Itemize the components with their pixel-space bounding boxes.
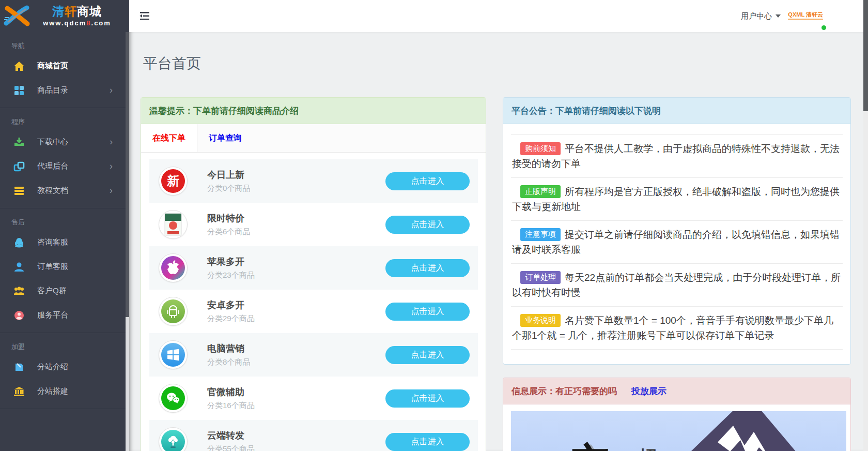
svg-text:广: 广 [566,441,609,451]
apple-icon [159,253,188,282]
page-title: 平台首页 [143,54,851,73]
sidebar-item-substation-intro[interactable]: 分站介绍 [0,355,129,379]
new-icon: 新 [159,167,188,196]
brand-logo[interactable]: 清轩商城 www.qdcm8.com [0,0,129,32]
tab-order-query[interactable]: 订单查询 [197,124,253,152]
announcement-panel-header: 平台公告：下单前请仔细阅读以下说明 [503,98,850,124]
category-row-wechat-assist: 官微辅助 分类16个商品 点击进入 [149,377,478,420]
category-row-today-new: 新 今日上新 分类0个商品 点击进入 [149,159,478,203]
sidebar-section-join: 加盟 分站介绍 分站搭建 [0,333,129,409]
sidebar-item-substation-build[interactable]: 分站搭建 [0,379,129,403]
brand-name: 清轩商城 [30,5,124,18]
sidebar-item-agent-backend[interactable]: 代理后台 [0,154,129,178]
section-label: 导航 [0,34,129,54]
notice-badge: 购前须知 [520,142,561,155]
category-row-apple-multi: 苹果多开 分类23个商品 点击进入 [149,246,478,290]
grid-icon [13,85,25,96]
notice-item-attention: 注意事项提交订单之前请仔细阅读商品的介绍，以免填错信息，如果填错请及时联系客服 [511,221,843,264]
person-icon [13,262,25,272]
tab-online-order[interactable]: 在线下单 [141,124,197,152]
sidebar-item-label: 服务平台 [37,310,68,320]
notice-item-order-processing: 订单处理每天22点前的订单都会当天处理完成，由于分时段处理订单，所以有时快有时慢 [511,264,843,307]
sidebar-item-label: 下载中心 [37,137,68,147]
user-center-label: 用户中心 [741,11,772,21]
ad-placement-link[interactable]: 投放展示 [631,385,667,397]
notice-badge: 正版声明 [520,185,561,198]
service-icon [13,310,25,321]
enter-button[interactable]: 点击进入 [385,259,470,277]
docs-icon [13,186,25,196]
sidebar: 清轩商城 www.qdcm8.com 导航 商城首页 商品目录 程序 [0,0,129,451]
notice-badge: 业务说明 [520,314,561,327]
sidebar-item-label: 分站搭建 [37,386,68,396]
sidebar-item-order-service[interactable]: 订单客服 [0,254,129,279]
qxml-logo-text: QXML 清轩云 [788,12,823,18]
sidebar-section-nav: 导航 商城首页 商品目录 [0,32,129,108]
sidebar-item-label: 代理后台 [37,161,68,171]
category-row-pc-marketing: 电脑营销 分类8个商品 点击进入 [149,333,478,377]
download-icon [13,137,25,147]
sidebar-item-consult-service[interactable]: 咨询客服 [0,230,129,254]
enter-button[interactable]: 点击进入 [385,303,470,321]
category-row-limited-sale: 限时特价 分类6个商品 点击进入 [149,203,478,246]
agent-icon [13,161,25,172]
announcement-panel: 平台公告：下单前请仔细阅读以下说明 购前须知平台不提供人工教学，由于虚拟商品的特… [503,97,851,365]
sidebar-item-label: 商品目录 [37,85,68,95]
section-label: 加盟 [0,335,129,355]
sidebar-item-customer-qq-group[interactable]: 客户Q群 [0,279,129,303]
book-icon [13,362,25,372]
enter-button[interactable]: 点击进入 [385,389,470,408]
sidebar-scrollbar-thumb[interactable] [126,32,129,317]
online-status-dot [822,25,826,30]
notice-text: 每天22点前的订单都会当天处理完成，由于分时段处理订单，所以有时快有时慢 [512,272,841,298]
page-scrollbar[interactable] [863,0,868,451]
sidebar-item-label: 咨询客服 [37,237,68,247]
section-label: 程序 [0,110,129,130]
qq-icon [13,237,25,248]
menu-fold-icon [138,10,151,22]
sidebar-scrollbar-track[interactable] [126,317,129,451]
topbar: 用户中心 QXML 清轩云 [129,0,863,32]
sale-icon [159,210,188,239]
group-icon [13,286,25,296]
user-center-menu[interactable]: 用户中心 [741,11,781,21]
notice-text: 平台不提供人工教学，由于虚拟商品的特殊性不支持退款，无法接受的请勿下单 [512,143,840,169]
category-row-cloud-forward: 云端转发 分类55个商品 点击进入 [149,420,478,451]
main-content: 平台首页 温馨提示：下单前请仔细阅读商品介绍 在线下单 订单查询 新 [129,32,863,451]
info-panel-title: 信息展示：有正巧需要的吗 [512,385,617,397]
chevron-down-icon [776,14,781,18]
page-scrollbar-thumb[interactable] [863,0,868,111]
sidebar-item-label: 客户Q群 [37,286,67,296]
sidebar-item-tutorial-docs[interactable]: 教程文档 [0,178,129,203]
enter-button[interactable]: 点击进入 [385,172,470,190]
section-label: 售后 [0,211,129,230]
category-list: 新 今日上新 分类0个商品 点击进入 [141,159,486,451]
sidebar-section-programs: 程序 下载中心 代理后台 教程文档 [0,108,129,208]
sidebar-item-product-catalog[interactable]: 商品目录 [0,78,129,102]
android-icon [159,297,188,326]
info-display-panel: 信息展示：有正巧需要的吗 投放展示 [503,378,851,451]
sidebar-item-mall-home[interactable]: 商城首页 [0,54,129,78]
notice-item-purchase: 购前须知平台不提供人工教学，由于虚拟商品的特殊性不支持退款，无法接受的请勿下单 [511,135,843,178]
notice-badge: 订单处理 [520,271,561,284]
brand-url: www.qdcm8.com [30,20,124,27]
wechat-icon [159,384,188,413]
sidebar-item-download-center[interactable]: 下载中心 [0,130,129,154]
notice-text: 所有程序均是官方正版授权，绝非破解和盗版，同时也为您提供下载与更新地址 [512,186,840,212]
enter-button[interactable]: 点击进入 [385,433,470,451]
sidebar-collapse-button[interactable] [138,10,151,22]
qxml-logo-subline [788,19,823,20]
windows-icon [159,340,188,369]
info-panel-header: 信息展示：有正巧需要的吗 投放展示 [503,378,850,404]
enter-button[interactable]: 点击进入 [385,346,470,364]
ad-banner-image[interactable]: 广 广 告 招 租 [511,411,846,451]
qxml-mini-logo[interactable]: QXML 清轩云 [788,12,823,20]
sidebar-item-service-platform[interactable]: 服务平台 [0,303,129,327]
sidebar-section-aftersale: 售后 咨询客服 订单客服 客户Q群 [0,208,129,333]
sidebar-item-label: 商城首页 [37,61,68,71]
sidebar-item-label: 分站介绍 [37,362,68,372]
bank-icon [13,386,25,397]
svg-text:招: 招 [638,447,657,451]
enter-button[interactable]: 点击进入 [385,216,470,234]
notice-item-business: 业务说明名片赞下单数量1个 = 100个，音音手手有说明数量最少下单几个那1个就… [511,307,843,350]
